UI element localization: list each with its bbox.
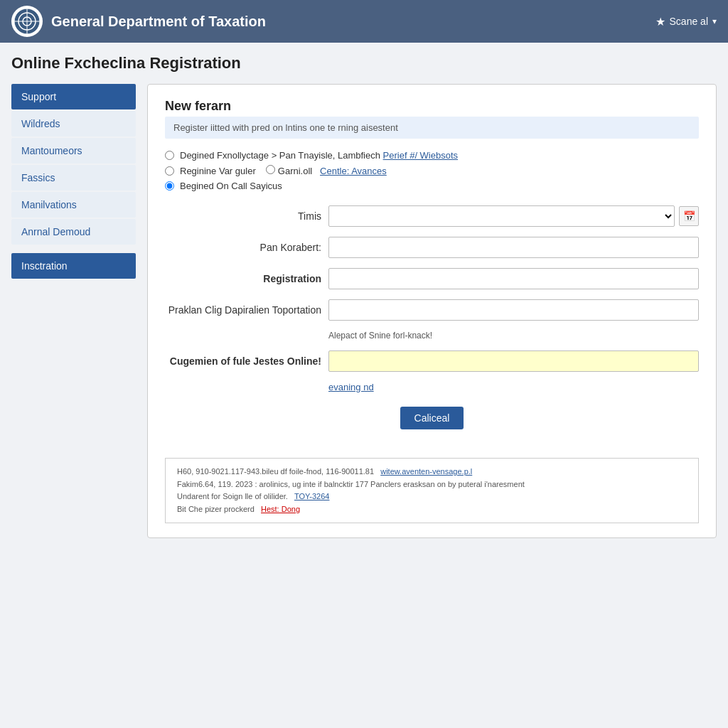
footer-line4: Bit Che pizer prockerd Hest: Dong xyxy=(177,503,687,516)
sidebar-item-manilvations[interactable]: Manilvations xyxy=(11,192,136,218)
radio-option-3[interactable] xyxy=(165,181,174,191)
footer-link-1[interactable]: witew.aventen-vensage.p.l xyxy=(380,467,472,476)
form-section-title: New ferarn xyxy=(165,99,699,114)
timis-select-row: 📅 xyxy=(328,205,699,227)
label-timis: Timis xyxy=(165,210,321,222)
radio-row-1: Degined Fxnollyctage > Pan Tnayisle, Lam… xyxy=(165,150,699,161)
main-content: New ferarn Register iitted with pred on … xyxy=(147,84,717,538)
sidebar-item-support[interactable]: Support xyxy=(11,84,136,109)
registration-input[interactable] xyxy=(328,268,699,289)
header-title: General Department of Taxation xyxy=(51,14,266,30)
form-fields: Timis 📅 Pan Korabert: Registration xyxy=(165,205,699,392)
footer-link-dong[interactable]: Hest: Dong xyxy=(261,505,300,513)
star-icon: ★ xyxy=(655,15,665,28)
radio-option-1[interactable] xyxy=(165,151,174,160)
praklan-input[interactable] xyxy=(328,299,699,321)
sidebar-spacer xyxy=(11,246,136,252)
form-row-registration: Registration xyxy=(165,268,699,289)
sidebar-item-anrnal-demoud[interactable]: Anrnal Demoud xyxy=(11,219,136,245)
footer-link-toy[interactable]: TOY-3264 xyxy=(294,492,330,500)
label-cugemien: Cugemien of fule Jestes Online! xyxy=(165,355,321,367)
timis-select[interactable] xyxy=(328,205,675,227)
sidebar-item-insctration[interactable]: Insctration xyxy=(11,253,136,279)
sidebar: Support Wildreds Mantoumeors Fassics Man… xyxy=(11,84,136,279)
footer-line1: H60, 910-9021.117-943.bileu df foile-fno… xyxy=(177,466,687,478)
radio-group: Degined Fxnollyctage > Pan Tnayisle, Lam… xyxy=(165,150,699,191)
page-container: Online Fxcheclina Registration Support W… xyxy=(0,43,728,550)
evaning-link[interactable]: evaning nd xyxy=(328,382,699,392)
chevron-down-icon[interactable]: ▾ xyxy=(712,16,717,26)
pan-korabert-input[interactable] xyxy=(328,237,699,258)
button-row: Caliceal xyxy=(165,407,699,429)
radio-label-3: Begined On Call Sayicus xyxy=(180,181,282,191)
footer: H60, 910-9021.117-943.bileu df foile-fno… xyxy=(165,458,699,523)
footer-line2: Fakim6.64, 119. 2023 : arolinics, ug int… xyxy=(177,478,687,491)
sidebar-item-wildreds[interactable]: Wildreds xyxy=(11,111,136,136)
cugemien-input[interactable] xyxy=(328,350,699,372)
header-user-label[interactable]: Scane al xyxy=(670,16,708,27)
page-title: Online Fxcheclina Registration xyxy=(11,54,717,73)
content-layout: Support Wildreds Mantoumeors Fassics Man… xyxy=(11,84,717,538)
hint-text: Alepact of Snine forl-knack! xyxy=(328,331,699,341)
radio-label-2: Reginine Var guler Garni.oll Centle: Ava… xyxy=(180,165,387,176)
radio-label-1: Degined Fxnollyctage > Pan Tnayisle, Lam… xyxy=(180,150,458,161)
cancel-button[interactable]: Caliceal xyxy=(400,407,464,429)
footer-line3: Undarent for Soign lle of olilider. TOY-… xyxy=(177,491,687,503)
label-pan-korabert: Pan Korabert: xyxy=(165,242,321,253)
radio-link-2[interactable]: Centle: Avances xyxy=(320,166,387,176)
calendar-icon[interactable]: 📅 xyxy=(679,206,699,226)
form-row-praklan: Praklan Clig Dapiralien Toportation xyxy=(165,299,699,321)
app-header: General Department of Taxation ★ Scane a… xyxy=(0,0,728,43)
radio-option-2[interactable] xyxy=(165,166,174,176)
form-row-timis: Timis 📅 xyxy=(165,205,699,227)
label-registration: Registration xyxy=(165,273,321,284)
form-row-pan-korabert: Pan Korabert: xyxy=(165,237,699,258)
header-logo xyxy=(11,6,43,37)
header-left: General Department of Taxation xyxy=(11,6,266,37)
form-subtitle: Register iitted with pred on lntins one … xyxy=(165,117,699,139)
radio-row-3: Begined On Call Sayicus xyxy=(165,181,699,191)
radio-option-2b[interactable] xyxy=(266,165,275,174)
form-row-cugemien: Cugemien of fule Jestes Online! xyxy=(165,350,699,372)
radio-link-1[interactable]: Perief #/ Wiebsots xyxy=(383,150,459,161)
sidebar-item-fassics[interactable]: Fassics xyxy=(11,165,136,191)
label-praklan: Praklan Clig Dapiralien Toportation xyxy=(165,304,321,316)
sidebar-item-mantoumeors[interactable]: Mantoumeors xyxy=(11,138,136,164)
radio-row-2: Reginine Var guler Garni.oll Centle: Ava… xyxy=(165,165,699,176)
header-right: ★ Scane al ▾ xyxy=(655,15,717,28)
